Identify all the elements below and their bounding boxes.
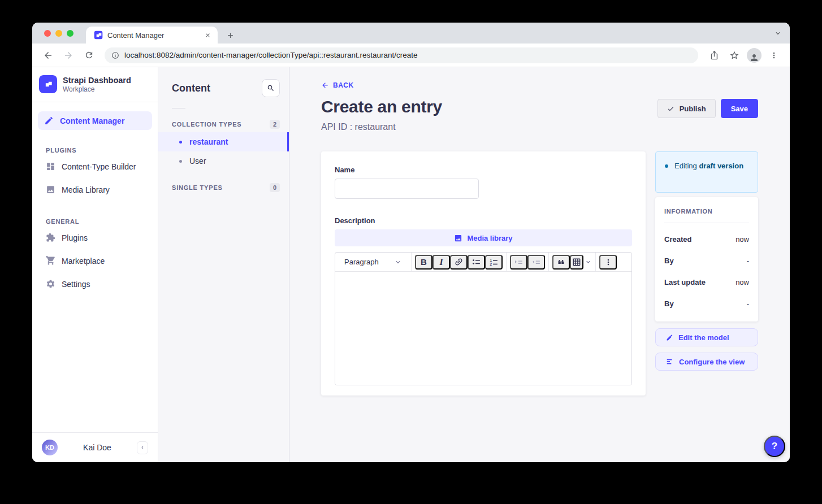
- browser-reload-icon[interactable]: [82, 49, 96, 62]
- information-title: INFORMATION: [664, 208, 749, 215]
- configure-view-button[interactable]: Configure the view: [655, 353, 758, 371]
- media-library-button[interactable]: Media library: [335, 229, 632, 246]
- brand: Strapi Dashboard Workplace: [32, 67, 158, 102]
- information-panel: INFORMATION Created now By - Last update: [655, 197, 758, 321]
- link-button[interactable]: [450, 255, 468, 270]
- tab-search-chevron-icon[interactable]: [774, 29, 782, 37]
- browser-window: Content Manager localhost:8082/admin/con…: [32, 23, 790, 462]
- bold-button[interactable]: B: [415, 255, 432, 270]
- numbered-list-icon: 12: [489, 257, 499, 267]
- main-nav: Strapi Dashboard Workplace Content Manag…: [32, 67, 158, 462]
- bullet-icon: [179, 160, 182, 163]
- cart-icon: [46, 256, 55, 266]
- group-single-types: SINGLE TYPES: [172, 184, 223, 191]
- subnav-item-restaurant[interactable]: restaurant: [158, 132, 289, 151]
- bullet-list-button[interactable]: [468, 255, 485, 270]
- browser-tab[interactable]: Content Manager: [86, 27, 218, 44]
- outdent-button[interactable]: [527, 255, 545, 270]
- sidebar-item-media-library[interactable]: Media Library: [32, 178, 158, 201]
- tab-close-icon[interactable]: [203, 31, 212, 40]
- indent-icon: [514, 257, 524, 267]
- subnav-item-user[interactable]: User: [158, 151, 289, 171]
- block-type-select[interactable]: Paragraph: [339, 253, 408, 271]
- window-minimize-button[interactable]: [55, 30, 62, 37]
- browser-back-icon[interactable]: [41, 49, 55, 62]
- sidebar-item-label: Settings: [62, 280, 90, 289]
- quote-button[interactable]: [552, 255, 570, 270]
- toolbar-separator: [411, 253, 412, 271]
- toolbar-separator: [548, 253, 549, 271]
- outdent-icon: [531, 257, 541, 267]
- back-link[interactable]: BACK: [321, 81, 354, 89]
- sidebar-item-settings[interactable]: Settings: [32, 272, 158, 296]
- puzzle-icon: [46, 233, 55, 242]
- content-subnav: Content COLLECTION TYPES 2 restaurant Us…: [158, 67, 289, 462]
- url-bar[interactable]: localhost:8082/admin/content-manager/col…: [105, 47, 698, 63]
- help-button[interactable]: ?: [764, 436, 785, 457]
- configure-view-icon: [666, 358, 674, 366]
- italic-icon: I: [439, 257, 443, 267]
- search-button[interactable]: [262, 79, 280, 97]
- italic-button[interactable]: I: [432, 255, 450, 270]
- subnav-item-label: restaurant: [189, 137, 228, 146]
- collapse-nav-button[interactable]: [137, 441, 148, 454]
- site-info-icon[interactable]: [111, 51, 119, 59]
- bullet-icon: [179, 141, 182, 144]
- nav-footer: KD Kai Doe: [32, 432, 158, 462]
- avatar[interactable]: KD: [42, 440, 58, 455]
- window-close-button[interactable]: [44, 30, 51, 37]
- rich-text-input[interactable]: [335, 272, 631, 385]
- sidebar-item-label: Marketplace: [62, 257, 105, 266]
- gear-icon: [46, 279, 55, 289]
- save-button[interactable]: Save: [721, 99, 758, 118]
- page-title: Create an entry: [321, 97, 442, 116]
- tab-title: Content Manager: [107, 31, 198, 40]
- single-types-count: 0: [270, 183, 280, 192]
- sidebar-item-label: Content-Type Builder: [62, 162, 136, 171]
- link-icon: [452, 255, 465, 268]
- indent-button[interactable]: [510, 255, 527, 270]
- subnav-item-label: User: [189, 157, 206, 166]
- table-button[interactable]: [570, 255, 583, 270]
- bold-icon: B: [421, 257, 427, 267]
- bookmark-star-icon[interactable]: [728, 49, 741, 62]
- sidebar-item-content-manager[interactable]: Content Manager: [38, 111, 152, 130]
- table-icon: [572, 258, 581, 267]
- edit-model-label: Edit the model: [678, 333, 729, 342]
- strapi-favicon-icon: [94, 31, 103, 40]
- workspace-subtitle: Workplace: [63, 85, 131, 93]
- back-label: BACK: [333, 81, 354, 89]
- sidebar-item-plugins[interactable]: Plugins: [32, 226, 158, 249]
- subnav-title: Content: [172, 82, 210, 94]
- share-icon[interactable]: [707, 49, 721, 62]
- publish-button[interactable]: Publish: [657, 99, 716, 118]
- sidebar-item-marketplace[interactable]: Marketplace: [32, 249, 158, 272]
- subnav-divider: [172, 108, 185, 108]
- numbered-list-button[interactable]: 12: [485, 255, 503, 270]
- draft-status-text: Editing draft version: [674, 160, 743, 184]
- window-zoom-button[interactable]: [67, 30, 73, 37]
- group-collection-types: COLLECTION TYPES: [172, 121, 241, 128]
- browser-forward-icon[interactable]: [62, 49, 75, 62]
- toolbar-separator: [595, 253, 596, 271]
- bullet-list-icon: [471, 257, 481, 267]
- svg-text:1: 1: [490, 258, 492, 262]
- name-field-label: Name: [335, 166, 632, 174]
- name-input[interactable]: [335, 179, 479, 199]
- browser-profile-avatar[interactable]: [747, 48, 762, 63]
- api-id-subtitle: API ID : restaurant: [321, 122, 758, 132]
- user-name: Kai Doe: [58, 443, 137, 452]
- more-options-button[interactable]: [599, 255, 617, 270]
- browser-menu-icon[interactable]: [767, 49, 781, 62]
- information-divider: [664, 223, 749, 223]
- chevron-down-icon: [394, 258, 402, 266]
- sidebar-item-label: Content Manager: [60, 116, 124, 125]
- sidebar-item-content-type-builder[interactable]: Content-Type Builder: [32, 155, 158, 178]
- content-type-builder-icon: [46, 162, 55, 171]
- block-type-value: Paragraph: [344, 258, 379, 266]
- edit-model-button[interactable]: Edit the model: [655, 328, 758, 346]
- check-icon: [667, 105, 674, 112]
- chevron-down-icon[interactable]: [585, 258, 592, 266]
- new-tab-button[interactable]: [222, 27, 238, 43]
- info-row-updated-by: By -: [664, 299, 749, 308]
